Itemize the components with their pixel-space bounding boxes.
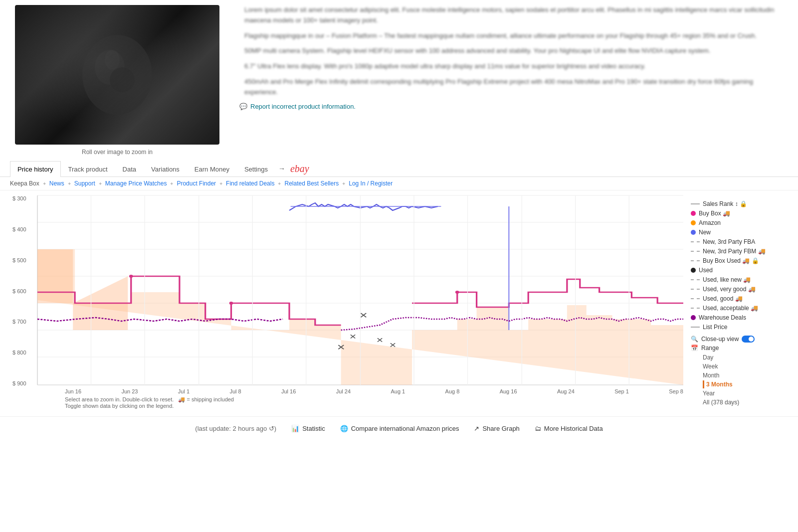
x-axis: Jun 16 Jun 23 Jul 1 Jul 8 Jul 16 Jul 24 …: [65, 388, 683, 394]
last-update: (last update: 2 hours ago ↺): [195, 425, 276, 432]
tab-earn-money[interactable]: Earn Money: [187, 161, 237, 177]
legend-used-very-good[interactable]: Used, very good 🚚: [691, 286, 786, 293]
nav-login[interactable]: Log In / Register: [349, 180, 393, 187]
legend-used-acceptable[interactable]: Used, acceptable 🚚: [691, 305, 786, 312]
svg-point-24: [455, 291, 459, 294]
keepa-brand: Keepa Box: [10, 180, 39, 187]
legend-used-like-new[interactable]: Used, like new 🚚: [691, 276, 786, 283]
more-historical-data-button[interactable]: 🗂 More Historical Data: [535, 425, 603, 432]
chart-container: $ 900 $ 800 $ 700 $ 600 $ 500 $ 400 $ 30…: [10, 195, 683, 411]
tab-settings[interactable]: Settings: [237, 161, 275, 177]
search-icon: 🔍: [691, 336, 698, 343]
keepa-nav: Keepa Box ✦ News ✦ Support ✦ Manage Pric…: [0, 177, 798, 190]
legend-line-gray: [691, 203, 700, 204]
legend-dash-buy-box-used: [691, 260, 700, 261]
svg-text:✕: ✕: [349, 333, 357, 341]
legend-dot-pink: [691, 211, 696, 216]
legend-amazon[interactable]: Amazon: [691, 219, 786, 226]
legend-new-3p-fba[interactable]: New, 3rd Party FBA: [691, 238, 786, 245]
svg-point-2: [110, 67, 135, 92]
share-graph-button[interactable]: ↗ Share Graph: [474, 425, 519, 432]
chart-section: $ 900 $ 800 $ 700 $ 600 $ 500 $ 400 $ 30…: [0, 190, 798, 416]
legend-dot-purple: [691, 315, 696, 320]
legend-dash-used-very-good: [691, 289, 700, 290]
svg-text:✕: ✕: [337, 343, 346, 352]
compare-button[interactable]: 🌐 Compare international Amazon prices: [340, 425, 459, 432]
range-day[interactable]: Day: [703, 354, 786, 361]
legend-controls: 🔍 Close-up view 📅 Range Day Week Month 3…: [691, 336, 786, 406]
tab-track-product[interactable]: Track product: [61, 161, 115, 177]
bottom-bar: (last update: 2 hours ago ↺) 📊 Statistic…: [0, 416, 798, 440]
range-all[interactable]: All (378 days): [703, 398, 786, 406]
svg-point-3: [105, 50, 120, 70]
svg-point-0: [82, 35, 152, 115]
chart-wrapper: $ 900 $ 800 $ 700 $ 600 $ 500 $ 400 $ 30…: [37, 195, 683, 409]
legend-buy-box-used[interactable]: Buy Box Used 🚚 🔒: [691, 257, 786, 264]
price-chart[interactable]: ✕ ✕ ✕ ✕ ✕: [37, 195, 683, 385]
legend-dash-used-good: [691, 298, 700, 299]
sep1: ✦: [42, 181, 46, 186]
legend-used[interactable]: Used: [691, 267, 786, 274]
globe-icon: 🌐: [340, 425, 348, 432]
tabs: Price history Track product Data Variati…: [10, 161, 788, 177]
svg-point-22: [129, 275, 133, 278]
legend-new[interactable]: New: [691, 229, 786, 236]
svg-text:✕: ✕: [376, 336, 384, 344]
nav-support[interactable]: Support: [74, 180, 95, 187]
legend-warehouse-deals[interactable]: Warehouse Deals: [691, 314, 786, 321]
legend-sales-rank[interactable]: Sales Rank ↕ 🔒: [691, 200, 786, 207]
share-icon: ↗: [474, 425, 479, 432]
report-icon: 💬: [239, 103, 247, 110]
legend-buy-box[interactable]: Buy Box 🚚: [691, 210, 786, 217]
range-year[interactable]: Year: [703, 389, 786, 397]
nav-manage-price-watches[interactable]: Manage Price Watches: [105, 180, 167, 187]
bar-chart-icon: 📊: [291, 425, 299, 432]
nav-news[interactable]: News: [49, 180, 64, 187]
history-icon: 🗂: [535, 425, 541, 432]
tabs-more-arrow[interactable]: →: [275, 161, 288, 177]
nav-product-finder[interactable]: Product Finder: [177, 180, 216, 187]
range-week[interactable]: Week: [703, 362, 786, 370]
legend-dot-orange: [691, 220, 696, 225]
range-3months[interactable]: 3 Months: [703, 380, 786, 388]
legend-dash-used-acceptable: [691, 308, 700, 309]
tabs-section: Price history Track product Data Variati…: [0, 161, 798, 177]
chart-legend: Sales Rank ↕ 🔒 Buy Box 🚚 Amazon New New,…: [688, 195, 788, 411]
legend-line-list-price: [691, 327, 700, 328]
tab-price-history[interactable]: Price history: [10, 161, 61, 177]
report-link[interactable]: 💬 Report incorrect product information.: [239, 103, 783, 110]
legend-dash-used-like-new: [691, 279, 700, 280]
statistic-button[interactable]: 📊 Statistic: [291, 425, 325, 432]
legend-dot-blue: [691, 230, 696, 235]
svg-text:✕: ✕: [389, 341, 397, 349]
tab-variations[interactable]: Variations: [144, 161, 187, 177]
product-image: [15, 5, 219, 145]
ebay-logo[interactable]: ebay: [290, 163, 309, 175]
legend-dash-gray2: [691, 251, 700, 252]
range-row: 📅 Range: [691, 345, 786, 352]
image-caption: Roll over image to zoom in: [82, 149, 153, 156]
legend-dash-gray: [691, 241, 700, 242]
legend-dot-black: [691, 268, 696, 273]
close-up-toggle[interactable]: [742, 336, 755, 343]
y-axis: $ 900 $ 800 $ 700 $ 600 $ 500 $ 400 $ 30…: [12, 195, 26, 386]
close-up-view-row: 🔍 Close-up view: [691, 336, 786, 343]
nav-related-best-sellers[interactable]: Related Best Sellers: [284, 180, 339, 187]
legend-list-price[interactable]: List Price: [691, 324, 786, 331]
range-month[interactable]: Month: [703, 371, 786, 379]
legend-new-3p-fbm[interactable]: New, 3rd Party FBM 🚚: [691, 248, 786, 255]
range-options: Day Week Month 3 Months Year All (378 da…: [703, 354, 786, 406]
tab-data[interactable]: Data: [115, 161, 144, 177]
svg-point-1: [95, 50, 125, 85]
product-image-area: Roll over image to zoom in: [10, 5, 224, 156]
nav-find-related-deals[interactable]: Find related Deals: [226, 180, 274, 187]
product-description: Lorem ipsum dolor sit amet consectetur a…: [239, 5, 783, 98]
chart-info: Select area to zoom in. Double-click to …: [65, 396, 683, 409]
svg-point-23: [229, 302, 233, 305]
calendar-icon: 📅: [691, 345, 698, 352]
legend-used-good[interactable]: Used, good 🚚: [691, 295, 786, 302]
